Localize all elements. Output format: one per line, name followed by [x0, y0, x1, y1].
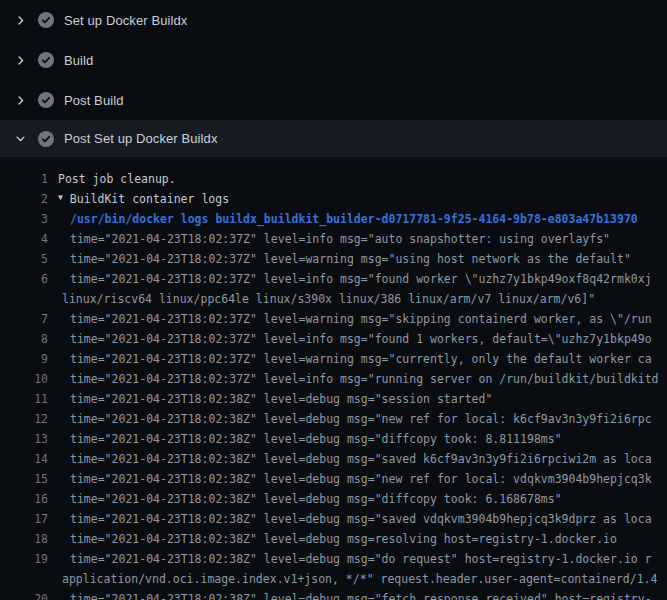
log-text: time="2021-04-23T18:02:38Z" level=debug … — [48, 489, 562, 509]
check-circle-icon — [38, 12, 54, 28]
log-line: 1 Post job cleanup. — [0, 169, 667, 189]
log-text: application/vnd.oci.image.index.v1+json,… — [48, 569, 657, 589]
chevron-down-icon — [14, 133, 26, 145]
line-number[interactable]: 2 — [0, 189, 48, 209]
chevron-right-icon — [14, 54, 26, 66]
log-text: time="2021-04-23T18:02:38Z" level=debug … — [48, 429, 562, 449]
log-text: time="2021-04-23T18:02:38Z" level=debug … — [48, 549, 652, 569]
log-line: 12 time="2021-04-23T18:02:38Z" level=deb… — [0, 409, 667, 429]
line-number[interactable]: 19 — [0, 549, 48, 569]
log-line: 9 time="2021-04-23T18:02:37Z" level=warn… — [0, 349, 667, 369]
log-line: 17 time="2021-04-23T18:02:38Z" level=deb… — [0, 509, 667, 529]
log-line: 11 time="2021-04-23T18:02:38Z" level=deb… — [0, 389, 667, 409]
section-row-post-build[interactable]: Post Build — [0, 80, 667, 120]
log-line: 13 time="2021-04-23T18:02:38Z" level=deb… — [0, 429, 667, 449]
group-title[interactable]: BuildKit container logs — [63, 189, 229, 209]
log-text: time="2021-04-23T18:02:37Z" level=info m… — [48, 229, 610, 249]
line-number[interactable]: 10 — [0, 369, 48, 389]
log-line-continuation: application/vnd.oci.image.index.v1+json,… — [0, 569, 667, 589]
log-text: time="2021-04-23T18:02:38Z" level=debug … — [48, 409, 652, 429]
log-line: 19 time="2021-04-23T18:02:38Z" level=deb… — [0, 549, 667, 569]
line-number — [0, 569, 48, 589]
log-line: 20 time="2021-04-23T18:02:38Z" level=deb… — [0, 589, 667, 600]
line-number[interactable]: 8 — [0, 329, 48, 349]
log-viewer: 1 Post job cleanup. 2 ▼ BuildKit contain… — [0, 157, 667, 600]
line-number[interactable]: 17 — [0, 509, 48, 529]
section-label: Set up Docker Buildx — [64, 13, 187, 28]
line-number[interactable]: 16 — [0, 489, 48, 509]
line-number[interactable]: 14 — [0, 449, 48, 469]
log-line: 8 time="2021-04-23T18:02:37Z" level=info… — [0, 329, 667, 349]
chevron-right-icon — [14, 14, 26, 26]
line-number[interactable]: 9 — [0, 349, 48, 369]
log-line: 15 time="2021-04-23T18:02:38Z" level=deb… — [0, 469, 667, 489]
log-text: time="2021-04-23T18:02:38Z" level=debug … — [48, 449, 652, 469]
chevron-right-icon — [14, 94, 26, 106]
log-text: Post job cleanup. — [48, 169, 176, 189]
log-line: 7 time="2021-04-23T18:02:37Z" level=warn… — [0, 309, 667, 329]
line-number[interactable]: 5 — [0, 249, 48, 269]
log-line: 18 time="2021-04-23T18:02:38Z" level=deb… — [0, 529, 667, 549]
check-circle-icon — [38, 131, 54, 147]
log-command-line: 3 /usr/bin/docker logs buildx_buildkit_b… — [0, 209, 667, 229]
log-text: time="2021-04-23T18:02:37Z" level=info m… — [48, 329, 652, 349]
log-line: 4 time="2021-04-23T18:02:37Z" level=info… — [0, 229, 667, 249]
log-group-toggle[interactable]: 2 ▼ BuildKit container logs — [0, 189, 667, 209]
command-text: /usr/bin/docker logs buildx_buildkit_bui… — [48, 209, 638, 229]
line-number — [0, 289, 48, 309]
line-number[interactable]: 12 — [0, 409, 48, 429]
section-row-setup-docker-buildx[interactable]: Set up Docker Buildx — [0, 0, 667, 40]
section-label: Build — [64, 53, 93, 68]
log-text: time="2021-04-23T18:02:38Z" level=debug … — [48, 469, 652, 489]
section-row-post-setup-docker-buildx[interactable]: Post Set up Docker Buildx — [0, 120, 667, 157]
section-label: Post Set up Docker Buildx — [64, 131, 218, 146]
line-number[interactable]: 4 — [0, 229, 48, 249]
log-text: time="2021-04-23T18:02:37Z" level=warnin… — [48, 349, 652, 369]
log-text: time="2021-04-23T18:02:38Z" level=debug … — [48, 589, 652, 600]
line-number[interactable]: 15 — [0, 469, 48, 489]
log-text: time="2021-04-23T18:02:37Z" level=warnin… — [48, 249, 631, 269]
line-number[interactable]: 3 — [0, 209, 48, 229]
line-number[interactable]: 6 — [0, 269, 48, 289]
log-text: time="2021-04-23T18:02:37Z" level=warnin… — [48, 309, 652, 329]
log-text: time="2021-04-23T18:02:37Z" level=info m… — [48, 269, 652, 289]
log-text: time="2021-04-23T18:02:38Z" level=debug … — [48, 529, 617, 549]
line-number[interactable]: 1 — [0, 169, 48, 189]
line-number[interactable]: 18 — [0, 529, 48, 549]
log-text: linux/riscv64 linux/ppc64le linux/s390x … — [48, 289, 595, 309]
section-row-build[interactable]: Build — [0, 40, 667, 80]
line-number[interactable]: 20 — [0, 589, 48, 600]
check-circle-icon — [38, 92, 54, 108]
section-label: Post Build — [64, 93, 124, 108]
line-number[interactable]: 11 — [0, 389, 48, 409]
log-line: 6 time="2021-04-23T18:02:37Z" level=info… — [0, 269, 667, 289]
log-line: 5 time="2021-04-23T18:02:37Z" level=warn… — [0, 249, 667, 269]
log-text: time="2021-04-23T18:02:38Z" level=debug … — [48, 389, 492, 409]
log-line: 16 time="2021-04-23T18:02:38Z" level=deb… — [0, 489, 667, 509]
line-number[interactable]: 7 — [0, 309, 48, 329]
log-line: 10 time="2021-04-23T18:02:37Z" level=inf… — [0, 369, 667, 389]
log-line: 14 time="2021-04-23T18:02:38Z" level=deb… — [0, 449, 667, 469]
check-circle-icon — [38, 52, 54, 68]
log-line-continuation: linux/riscv64 linux/ppc64le linux/s390x … — [0, 289, 667, 309]
log-text: time="2021-04-23T18:02:38Z" level=debug … — [48, 509, 652, 529]
log-text: time="2021-04-23T18:02:37Z" level=info m… — [48, 369, 659, 389]
line-number[interactable]: 13 — [0, 429, 48, 449]
group-expanded-triangle-icon[interactable]: ▼ — [48, 189, 63, 208]
